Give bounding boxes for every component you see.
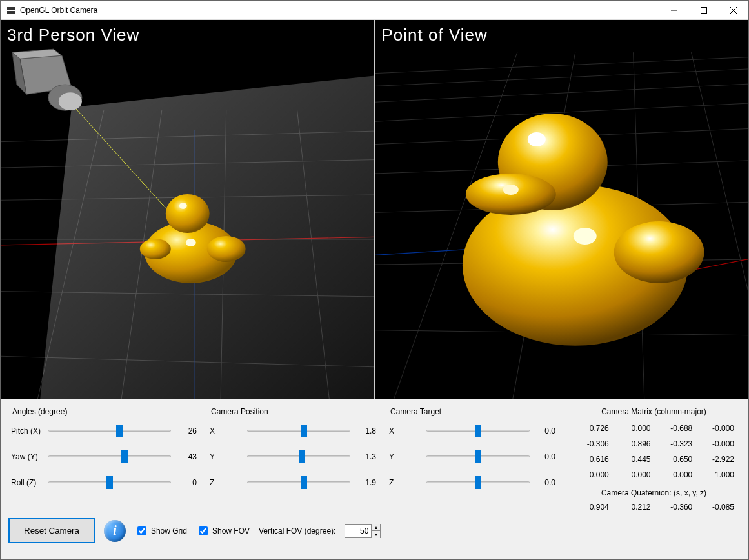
svg-point-24 xyxy=(140,239,171,259)
slider-value: 0.0 xyxy=(534,426,555,435)
fov-step-down[interactable]: ▼ xyxy=(371,531,380,538)
bottom-bar: Reset Camera i Show Grid Show FOV Vertic… xyxy=(7,513,742,545)
tgt-y-slider[interactable] xyxy=(426,450,530,463)
show-grid-checkbox[interactable]: Show Grid xyxy=(135,525,187,537)
yaw-slider[interactable] xyxy=(48,450,171,463)
camera-model xyxy=(12,49,82,110)
panel-heading: Camera Matrix (column-major) xyxy=(570,407,738,416)
panel-heading: Angles (degree) xyxy=(12,407,197,416)
matrix-cell: -0.306 xyxy=(572,439,609,448)
titlebar: OpenGL Orbit Camera xyxy=(1,1,748,20)
matrix-cell: -0.000 xyxy=(697,424,734,433)
viewport-label: Point of View xyxy=(382,25,488,45)
pos-z-slider[interactable] xyxy=(247,476,350,489)
controls: Angles (degree) Pitch (X) 26 Yaw (Y) 43 … xyxy=(1,399,748,559)
slider-label: Yaw (Y) xyxy=(11,452,45,461)
slider-label: Z xyxy=(389,478,423,487)
slider-value: 1.8 xyxy=(354,426,376,435)
matrix-cell: 0.616 xyxy=(572,455,609,464)
scene-3rd-person xyxy=(1,20,374,399)
pos-y-slider[interactable] xyxy=(247,450,350,463)
slider-label: X xyxy=(210,426,243,435)
checkbox-label: Show FOV xyxy=(212,526,250,535)
panel-angles: Angles (degree) Pitch (X) 26 Yaw (Y) 43 … xyxy=(7,405,201,513)
tgt-z-slider[interactable] xyxy=(426,476,530,489)
svg-point-46 xyxy=(503,185,518,195)
slider-value: 26 xyxy=(175,426,197,435)
fov-spinbox[interactable]: ▲ ▼ xyxy=(345,524,381,538)
svg-line-33 xyxy=(375,66,749,88)
panel-heading: Camera Position xyxy=(211,407,376,416)
maximize-button[interactable] xyxy=(689,1,719,20)
duck-model xyxy=(462,114,704,346)
slider-value: 0 xyxy=(175,478,197,487)
panel-heading: Camera Target xyxy=(390,407,555,416)
matrix-cell: 0.000 xyxy=(656,470,693,479)
svg-rect-1 xyxy=(7,11,15,14)
matrix-cell: -0.323 xyxy=(656,439,693,448)
slider-label: Y xyxy=(389,452,423,461)
scene-pov xyxy=(375,20,749,399)
panel-camera-target: Camera Target X 0.0 Y 0.0 Z 0.0 xyxy=(385,405,559,513)
checkbox-label: Show Grid xyxy=(151,526,187,535)
panel-heading: Camera Quaternion: (s, x, y, z) xyxy=(570,488,738,497)
app-icon xyxy=(6,5,16,15)
slider-yaw: Yaw (Y) 43 xyxy=(11,448,197,465)
svg-point-45 xyxy=(573,228,596,245)
slider-pitch: Pitch (X) 26 xyxy=(11,423,197,439)
slider-label: X xyxy=(389,426,423,435)
svg-rect-0 xyxy=(7,7,15,10)
slider-value: 1.9 xyxy=(354,478,376,487)
close-button[interactable] xyxy=(719,1,748,20)
svg-point-22 xyxy=(166,194,210,233)
slider-value: 43 xyxy=(175,452,197,461)
quat-value: 0.212 xyxy=(614,503,651,512)
matrix-cell: 0.726 xyxy=(572,424,609,433)
quat-value: -0.360 xyxy=(656,503,693,512)
viewport-label: 3rd Person View xyxy=(7,25,139,45)
slider-value: 0.0 xyxy=(534,452,555,461)
panel-camera-position: Camera Position X 1.8 Y 1.3 Z 1.9 xyxy=(206,405,380,513)
matrix-cell: 0.896 xyxy=(614,439,651,448)
svg-line-32 xyxy=(375,81,749,104)
viewports: 3rd Person View xyxy=(1,20,748,399)
slider-label: Z xyxy=(210,478,243,487)
show-fov-checkbox[interactable]: Show FOV xyxy=(196,525,250,537)
matrix-cell: 0.000 xyxy=(572,470,609,479)
viewport-pov[interactable]: Point of View xyxy=(374,20,749,399)
svg-point-26 xyxy=(186,239,196,246)
slider-label: Y xyxy=(210,452,243,461)
fov-input[interactable] xyxy=(345,526,371,536)
window-title: OpenGL Orbit Camera xyxy=(20,6,659,15)
matrix-grid: 0.726 0.000 -0.688 -0.000 -0.306 0.896 -… xyxy=(568,423,738,483)
matrix-cell: 0.000 xyxy=(614,424,651,433)
slider-label: Pitch (X) xyxy=(11,426,45,435)
pos-x-slider[interactable] xyxy=(247,425,350,437)
roll-slider[interactable] xyxy=(48,476,171,489)
matrix-cell: -0.688 xyxy=(656,424,693,433)
svg-point-44 xyxy=(527,132,545,146)
reset-camera-button[interactable]: Reset Camera xyxy=(8,518,95,543)
viewport-3rd-person[interactable]: 3rd Person View xyxy=(1,20,374,399)
matrix-cell: -2.922 xyxy=(697,455,734,464)
matrix-cell: 0.000 xyxy=(614,470,651,479)
slider-value: 1.3 xyxy=(354,452,376,461)
matrix-cell: -0.000 xyxy=(697,439,734,448)
svg-rect-3 xyxy=(701,7,707,13)
tgt-x-slider[interactable] xyxy=(426,425,530,437)
panel-quaternion: Camera Quaternion: (s, x, y, z) 0.904 0.… xyxy=(568,488,738,512)
info-icon[interactable]: i xyxy=(104,520,126,542)
matrix-cell: 0.445 xyxy=(614,455,651,464)
fov-step-up[interactable]: ▲ xyxy=(371,524,380,531)
panel-matrix: Camera Matrix (column-major) 0.726 0.000… xyxy=(564,405,742,513)
slider-roll: Roll (Z) 0 xyxy=(11,474,197,491)
minimize-button[interactable] xyxy=(659,1,689,20)
svg-point-43 xyxy=(614,221,704,283)
matrix-cell: 0.650 xyxy=(656,455,693,464)
fov-label: Vertical FOV (degree): xyxy=(259,526,335,535)
show-fov-input[interactable] xyxy=(199,526,208,535)
svg-point-25 xyxy=(179,203,187,209)
quat-value: -0.085 xyxy=(697,503,734,512)
show-grid-input[interactable] xyxy=(137,526,146,535)
pitch-slider[interactable] xyxy=(48,425,171,437)
